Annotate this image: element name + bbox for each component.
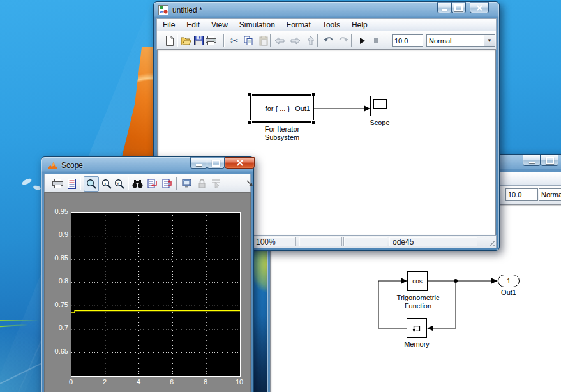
- selection-handle[interactable]: [248, 92, 252, 96]
- menu-tools[interactable]: Tools: [317, 19, 346, 31]
- copy-icon: [244, 36, 253, 46]
- zoom-button[interactable]: [84, 176, 99, 192]
- stop-simulation-button[interactable]: [370, 34, 382, 47]
- sim-mode-dropdown[interactable]: Normal ▼: [539, 188, 561, 201]
- for-iterator-subsystem-block[interactable]: for { ... } Out1: [250, 94, 314, 123]
- minimize-button[interactable]: [523, 155, 541, 166]
- scope-grid-and-trace: [71, 213, 240, 376]
- new-model-button[interactable]: [163, 34, 176, 47]
- status-panel: [343, 237, 387, 246]
- redo-button[interactable]: [337, 34, 349, 47]
- subsystem-label: For Iterator Subsystem: [265, 125, 299, 142]
- forward-arrow-icon: [290, 37, 301, 45]
- signal-selection-button[interactable]: [210, 177, 222, 190]
- status-panel: [299, 237, 342, 246]
- minimize-button[interactable]: [437, 2, 452, 13]
- lock-axes-button[interactable]: [196, 177, 208, 190]
- signal-selection-icon: [211, 179, 221, 188]
- floating-scope-button[interactable]: [181, 177, 193, 190]
- menu-simulation[interactable]: Simulation: [234, 19, 281, 31]
- minimize-icon: [529, 162, 535, 163]
- model-window-menubar: File Edit View Simulation Format Tools H…: [156, 18, 497, 31]
- print-button[interactable]: [205, 34, 217, 47]
- paste-button[interactable]: [257, 34, 269, 47]
- selection-handle[interactable]: [248, 120, 252, 124]
- status-zoom-value: 100%: [256, 237, 276, 246]
- y-tick-label: 0.8: [43, 277, 68, 285]
- x-tick-label: 4: [130, 378, 147, 386]
- dock-scope-button[interactable]: [245, 177, 254, 190]
- close-button[interactable]: [225, 157, 255, 169]
- close-icon: [477, 5, 482, 11]
- subsystem-body-text: for { ... }: [266, 105, 290, 112]
- sim-time-field[interactable]: 10.0: [505, 188, 538, 201]
- open-model-button[interactable]: [180, 34, 192, 47]
- start-simulation-button[interactable]: [356, 34, 368, 47]
- new-document-icon: [165, 36, 174, 46]
- minimize-icon: [442, 9, 447, 11]
- menu-edit[interactable]: Edit: [181, 19, 206, 31]
- undo-button[interactable]: [322, 34, 334, 47]
- stop-icon: [373, 38, 379, 43]
- menu-file[interactable]: File: [157, 19, 181, 31]
- y-tick-label: 0.65: [43, 347, 68, 355]
- printer-icon: [52, 179, 63, 188]
- close-button[interactable]: [470, 2, 489, 13]
- binoculars-icon: [132, 179, 143, 188]
- print-button[interactable]: [52, 177, 64, 190]
- scope-block[interactable]: [370, 96, 389, 116]
- scope-block-label: Scope: [370, 119, 389, 127]
- trigonometric-function-block[interactable]: cos: [407, 271, 428, 291]
- magnifier-x-icon: x: [101, 179, 112, 189]
- maximize-button[interactable]: [541, 155, 558, 166]
- save-axes-button[interactable]: [146, 177, 158, 190]
- menu-help[interactable]: Help: [346, 19, 373, 31]
- clipboard-icon: [259, 36, 268, 46]
- back-arrow-icon: [274, 37, 285, 45]
- copy-button[interactable]: [243, 34, 255, 47]
- scope-window: Scope: [41, 156, 254, 392]
- x-tick-label: 10: [231, 378, 248, 386]
- maximize-icon: [454, 4, 463, 11]
- sim-time-field[interactable]: 10.0: [392, 34, 423, 47]
- minimize-button[interactable]: [190, 157, 207, 169]
- y-tick-label: 0.9: [43, 230, 68, 238]
- go-up-button[interactable]: [304, 34, 317, 47]
- selection-handle[interactable]: [311, 120, 316, 124]
- restore-axes-button[interactable]: [161, 177, 173, 190]
- scope-window-titlebar[interactable]: Scope: [41, 157, 253, 174]
- menu-view[interactable]: View: [206, 19, 234, 31]
- save-icon: [194, 36, 204, 45]
- selection-handle[interactable]: [311, 92, 316, 96]
- matlab-icon: [48, 161, 57, 170]
- zoom-y-button[interactable]: Y: [113, 177, 125, 190]
- save-model-button[interactable]: [193, 34, 205, 47]
- floating-scope-icon: [182, 179, 191, 188]
- maximize-button[interactable]: [451, 2, 466, 13]
- status-solver-panel: ode45: [389, 237, 477, 246]
- cut-button[interactable]: ✂: [228, 34, 241, 47]
- go-forward-button[interactable]: [289, 34, 301, 47]
- outport-block[interactable]: 1: [498, 275, 520, 287]
- go-back-button[interactable]: [273, 34, 285, 47]
- autoscale-button[interactable]: [131, 177, 144, 190]
- dock-arrow-icon: [246, 180, 253, 187]
- maximize-button[interactable]: [207, 157, 225, 169]
- parameters-button[interactable]: [66, 177, 78, 190]
- menu-format[interactable]: Format: [281, 19, 317, 31]
- memory-block[interactable]: [407, 318, 427, 338]
- x-tick-label: 8: [197, 378, 214, 386]
- dropdown-arrow-icon[interactable]: ▼: [484, 35, 495, 46]
- redo-icon: [338, 36, 348, 45]
- wallpaper-petal: [33, 185, 41, 191]
- y-tick-label: 0.7: [43, 324, 68, 331]
- model-window-titlebar[interactable]: untitled *: [154, 2, 499, 18]
- sim-time-value: 10.0: [394, 37, 408, 45]
- resize-grip[interactable]: [486, 238, 495, 246]
- sim-mode-dropdown[interactable]: Normal ▼: [426, 34, 495, 47]
- y-tick-label: 0.95: [43, 207, 68, 215]
- zoom-x-button[interactable]: x: [100, 177, 112, 190]
- x-tick-label: 2: [96, 378, 113, 386]
- scope-screen-icon: [373, 99, 387, 109]
- magnifier-icon: [86, 179, 96, 189]
